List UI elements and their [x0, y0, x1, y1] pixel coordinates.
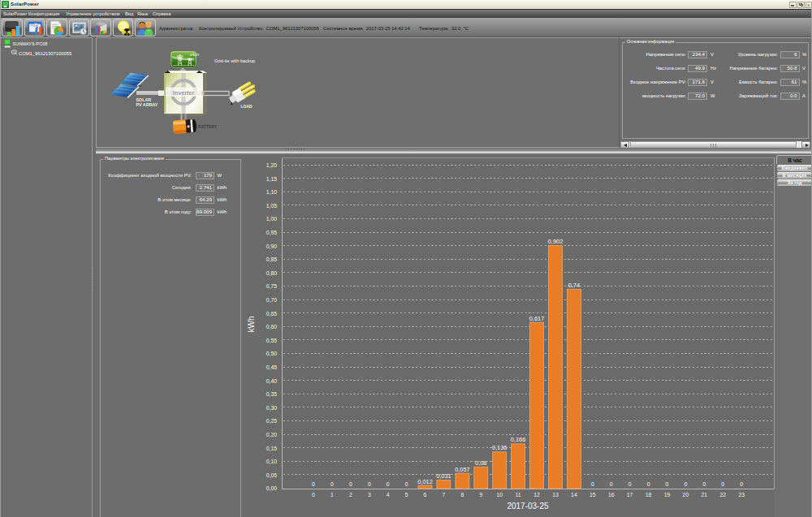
svg-text:14: 14	[571, 492, 577, 498]
svg-text:19: 19	[664, 492, 671, 498]
svg-text:0: 0	[387, 481, 390, 487]
svg-text:BATTERY: BATTERY	[198, 124, 218, 129]
svg-text:0,50: 0,50	[266, 351, 277, 356]
svg-text:kWh: kWh	[247, 317, 256, 333]
svg-text:5: 5	[405, 492, 408, 498]
svg-text:0,80: 0,80	[266, 270, 277, 276]
svg-text:0,15: 0,15	[266, 446, 277, 451]
svg-text:18: 18	[646, 492, 652, 498]
svg-text:4: 4	[387, 492, 390, 498]
svg-text:20: 20	[683, 492, 689, 498]
svg-text:0,10: 0,10	[266, 459, 277, 464]
svg-text:PV ARRAY: PV ARRAY	[136, 102, 158, 107]
svg-text:0: 0	[628, 481, 632, 487]
svg-text:0: 0	[330, 481, 334, 487]
svg-text:0,136: 0,136	[492, 444, 508, 451]
svg-text:0,057: 0,057	[455, 466, 470, 473]
svg-text:7: 7	[443, 492, 446, 498]
svg-text:0,95: 0,95	[266, 230, 277, 235]
svg-text:0,40: 0,40	[266, 378, 277, 384]
svg-text:2: 2	[349, 492, 352, 498]
svg-text:6: 6	[424, 492, 427, 498]
svg-text:0,902: 0,902	[548, 238, 564, 245]
svg-text:0,08: 0,08	[475, 459, 486, 467]
svg-text:3: 3	[368, 492, 371, 498]
svg-text:0: 0	[312, 481, 315, 487]
svg-text:1,10: 1,10	[266, 189, 277, 195]
svg-text:1,00: 1,00	[266, 216, 277, 222]
svg-text:0,617: 0,617	[529, 315, 545, 322]
svg-text:0: 0	[591, 481, 594, 487]
svg-text:0: 0	[349, 481, 352, 487]
svg-text:0,90: 0,90	[266, 243, 277, 249]
svg-text:0,65: 0,65	[266, 311, 277, 317]
svg-text:1,15: 1,15	[266, 176, 277, 182]
svg-text:2017-03-25: 2017-03-25	[507, 502, 549, 511]
svg-text:Inverter: Inverter	[173, 89, 195, 97]
svg-text:0,30: 0,30	[266, 405, 277, 411]
svg-text:12: 12	[533, 492, 540, 498]
svg-text:0,74: 0,74	[568, 282, 580, 289]
svg-text:0: 0	[312, 492, 315, 498]
svg-text:8: 8	[461, 492, 464, 498]
svg-text:21: 21	[702, 492, 708, 498]
svg-text:0: 0	[685, 481, 688, 487]
svg-text:0,35: 0,35	[266, 391, 277, 397]
svg-text:0,85: 0,85	[266, 256, 277, 262]
svg-text:0: 0	[721, 481, 724, 487]
svg-text:1,20: 1,20	[266, 162, 277, 168]
svg-text:23: 23	[738, 492, 745, 498]
svg-text:13: 13	[552, 492, 559, 498]
svg-text:22: 22	[719, 492, 726, 498]
svg-text:1,05: 1,05	[266, 203, 277, 209]
svg-text:0,25: 0,25	[266, 418, 277, 424]
svg-text:16: 16	[608, 492, 615, 498]
svg-text:0,166: 0,166	[511, 436, 526, 443]
svg-text:0,70: 0,70	[266, 297, 277, 303]
svg-text:0,012: 0,012	[417, 478, 433, 485]
svg-text:LOAD: LOAD	[241, 104, 253, 109]
svg-text:Grid-tie with backup: Grid-tie with backup	[214, 58, 255, 63]
svg-text:0,55: 0,55	[266, 338, 277, 343]
svg-text:10: 10	[496, 492, 503, 498]
svg-text:0: 0	[368, 481, 371, 487]
svg-text:0,00: 0,00	[266, 485, 277, 491]
svg-text:0: 0	[666, 481, 669, 487]
svg-text:1: 1	[330, 492, 334, 498]
svg-text:0,031: 0,031	[436, 472, 451, 480]
svg-text:0,20: 0,20	[266, 432, 277, 437]
svg-text:0,60: 0,60	[266, 324, 277, 330]
svg-text:0,05: 0,05	[266, 472, 277, 478]
svg-text:0: 0	[740, 481, 743, 487]
svg-text:0: 0	[647, 481, 650, 487]
svg-text:0,75: 0,75	[266, 283, 277, 289]
svg-text:17: 17	[627, 492, 633, 498]
svg-text:0,45: 0,45	[266, 364, 277, 370]
svg-text:UTILITY: UTILITY	[190, 54, 199, 57]
svg-text:0: 0	[610, 481, 613, 487]
svg-text:9: 9	[479, 492, 482, 498]
svg-text:11: 11	[516, 492, 521, 498]
svg-text:0: 0	[405, 481, 408, 487]
svg-text:15: 15	[590, 492, 596, 498]
svg-text:0: 0	[702, 481, 706, 487]
